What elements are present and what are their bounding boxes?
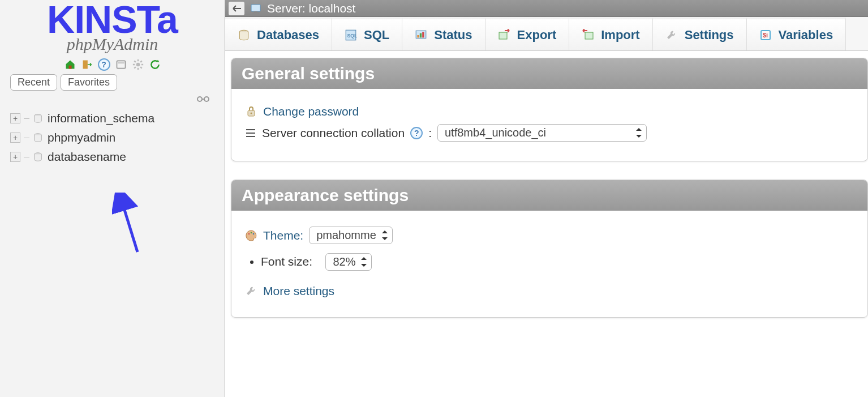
fontsize-row: Font size: 82% bbox=[261, 250, 854, 274]
server-icon bbox=[250, 3, 261, 14]
svg-line-11 bbox=[140, 61, 142, 63]
tab-label: Status bbox=[434, 28, 472, 42]
tab-label: SQL bbox=[364, 28, 389, 42]
general-settings-panel: General settings Change password Server … bbox=[231, 58, 868, 161]
db-tree-item[interactable]: + databasename bbox=[9, 147, 219, 167]
svg-line-10 bbox=[134, 67, 136, 69]
reload-icon[interactable] bbox=[149, 58, 161, 71]
db-tree-item[interactable]: + phpmyadmin bbox=[9, 128, 219, 147]
appearance-settings-panel: Appearance settings Theme: pmahomme Fo bbox=[231, 180, 868, 318]
sidebar: KINSTa phpMyAdmin ? bbox=[0, 0, 225, 397]
tab-databases[interactable]: Databases bbox=[225, 17, 332, 50]
svg-rect-20 bbox=[254, 11, 257, 12]
permalink-icon[interactable] bbox=[196, 95, 210, 103]
main-area: Server: localhost Databases SQL SQL Stat… bbox=[225, 0, 868, 397]
database-icon bbox=[33, 133, 44, 143]
svg-point-39 bbox=[251, 232, 252, 233]
svg-line-18 bbox=[121, 197, 137, 252]
svg-rect-0 bbox=[83, 61, 87, 69]
theme-label[interactable]: Theme: bbox=[263, 229, 303, 242]
list-icon bbox=[245, 127, 256, 139]
wrench-icon bbox=[245, 285, 257, 297]
expand-icon[interactable]: + bbox=[10, 152, 20, 162]
database-icon bbox=[238, 29, 250, 41]
db-name: phpmyadmin bbox=[48, 131, 115, 144]
lock-key-icon bbox=[245, 105, 257, 118]
svg-rect-19 bbox=[251, 5, 260, 11]
tab-label: Settings bbox=[685, 28, 734, 42]
tab-variables[interactable]: $i Variables bbox=[747, 17, 846, 50]
query-window-icon[interactable] bbox=[115, 58, 127, 71]
export-icon bbox=[498, 29, 510, 41]
change-password-link[interactable]: Change password bbox=[263, 105, 359, 118]
help-icon[interactable]: ? bbox=[410, 127, 423, 139]
tab-label: Import bbox=[601, 28, 639, 42]
tab-label: Databases bbox=[257, 28, 319, 42]
svg-point-34 bbox=[251, 113, 252, 114]
svg-line-8 bbox=[134, 61, 136, 63]
settings-gear-icon[interactable] bbox=[132, 58, 144, 71]
variables-icon: $i bbox=[759, 29, 772, 41]
recent-button[interactable]: Recent bbox=[10, 74, 57, 91]
back-button[interactable] bbox=[229, 2, 244, 15]
import-icon bbox=[582, 29, 594, 41]
sql-icon: SQL bbox=[345, 29, 357, 41]
tab-export[interactable]: Export bbox=[485, 17, 570, 50]
tab-label: Variables bbox=[779, 28, 833, 42]
svg-rect-2 bbox=[118, 62, 124, 63]
svg-text:SQL: SQL bbox=[347, 33, 357, 39]
tab-settings[interactable]: Settings bbox=[653, 17, 747, 50]
collation-select[interactable]: utf8mb4_unicode_ci bbox=[437, 124, 647, 142]
svg-point-40 bbox=[253, 233, 255, 234]
logout-icon[interactable] bbox=[81, 58, 93, 71]
palette-icon bbox=[245, 229, 257, 242]
svg-rect-30 bbox=[585, 32, 593, 39]
svg-rect-28 bbox=[423, 32, 424, 37]
status-icon bbox=[415, 29, 427, 41]
svg-rect-26 bbox=[418, 35, 419, 37]
server-name[interactable]: localhost bbox=[309, 2, 356, 15]
sidebar-nav-pills: Recent Favorites bbox=[6, 74, 219, 91]
fontsize-select[interactable]: 82% bbox=[325, 253, 372, 271]
db-name: databasename bbox=[48, 150, 126, 164]
home-icon[interactable] bbox=[64, 58, 76, 71]
svg-rect-21 bbox=[252, 12, 259, 14]
svg-point-12 bbox=[197, 97, 202, 101]
tab-bar: Databases SQL SQL Status Export Import S… bbox=[225, 17, 868, 51]
logo-area: KINSTa phpMyAdmin bbox=[6, 0, 219, 54]
sidebar-toolbar: ? bbox=[6, 58, 219, 71]
collation-label: Server connection collation bbox=[262, 126, 405, 140]
kinsta-logo: KINSTa bbox=[6, 2, 219, 37]
server-label-prefix: Server: bbox=[267, 2, 306, 15]
database-icon bbox=[33, 152, 44, 162]
svg-text:$i: $i bbox=[763, 32, 768, 39]
tab-label: Export bbox=[517, 28, 557, 42]
panel-title: Appearance settings bbox=[231, 180, 867, 211]
database-icon bbox=[33, 113, 44, 123]
more-settings-link[interactable]: More settings bbox=[263, 284, 334, 298]
db-name: information_schema bbox=[48, 112, 154, 125]
expand-icon[interactable]: + bbox=[10, 113, 20, 123]
wrench-icon bbox=[665, 29, 678, 41]
favorites-button[interactable]: Favorites bbox=[61, 74, 117, 91]
docs-icon[interactable]: ? bbox=[98, 58, 110, 71]
tab-import[interactable]: Import bbox=[569, 17, 652, 50]
database-tree: + information_schema + phpmyadmin bbox=[6, 109, 219, 167]
svg-rect-29 bbox=[499, 32, 507, 39]
svg-rect-27 bbox=[420, 33, 422, 37]
svg-point-3 bbox=[136, 63, 140, 67]
tab-status[interactable]: Status bbox=[402, 17, 485, 50]
theme-select[interactable]: pmahomme bbox=[309, 227, 393, 244]
annotation-arrow-icon bbox=[112, 193, 146, 255]
svg-point-13 bbox=[204, 97, 209, 101]
svg-point-38 bbox=[248, 233, 250, 234]
panel-title: General settings bbox=[231, 58, 867, 89]
expand-icon[interactable]: + bbox=[10, 133, 20, 143]
tab-sql[interactable]: SQL SQL bbox=[332, 17, 402, 50]
breadcrumb-bar: Server: localhost bbox=[225, 0, 868, 17]
fontsize-label: Font size: bbox=[261, 255, 312, 268]
svg-line-9 bbox=[140, 67, 142, 69]
db-tree-item[interactable]: + information_schema bbox=[9, 109, 219, 128]
phpmyadmin-logo: phpMyAdmin bbox=[6, 35, 219, 54]
